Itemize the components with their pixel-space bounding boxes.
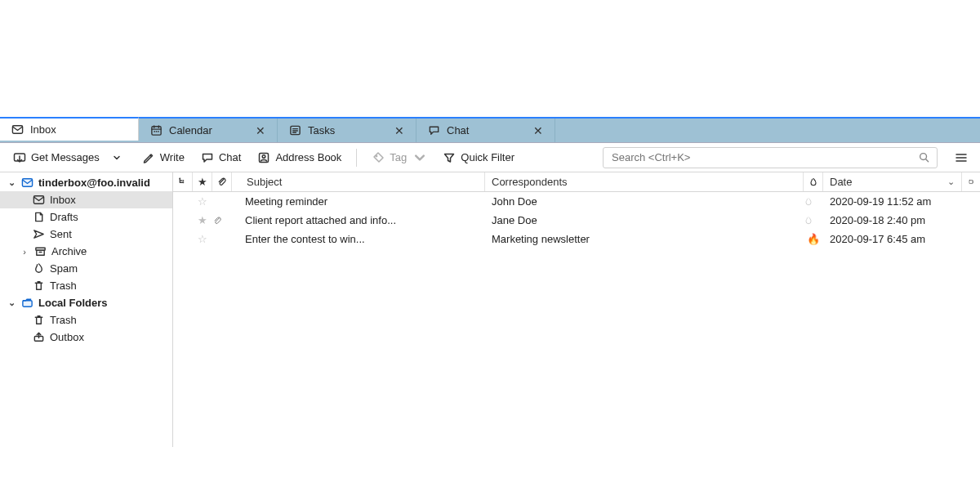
local-folders-icon [21,297,33,309]
tab-label: Calendar [169,124,212,136]
tasks-icon [289,124,301,136]
mail-icon [11,123,24,136]
svg-rect-15 [23,301,32,307]
folder-spam[interactable]: Spam [0,260,172,277]
folder-inbox[interactable]: Inbox [0,191,172,208]
star-icon[interactable]: ★ [193,214,212,226]
folder-label: Archive [51,245,87,257]
tag-label: Tag [390,151,407,163]
star-icon[interactable]: ☆ [193,233,212,245]
get-messages-label: Get Messages [31,151,100,163]
folder-label: Inbox [50,194,76,206]
chevron-right-icon[interactable]: › [20,247,29,257]
from-cell: Marketing newsletter [485,233,804,245]
address-book-button[interactable]: Address Book [251,148,348,168]
svg-point-2 [154,131,155,132]
folder-archive[interactable]: › Archive [0,243,172,260]
subject-cell: Client report attached and info... [232,214,485,226]
chat-icon [428,124,440,136]
folder-label: Trash [50,280,77,292]
col-thread[interactable] [173,172,193,191]
tab-strip: Inbox Calendar ✕ Tasks ✕ Chat ✕ [0,117,980,143]
quick-filter-button[interactable]: Quick Filter [436,148,521,168]
close-icon[interactable]: ✕ [394,124,404,137]
tag-button[interactable]: Tag [365,148,433,168]
tab-chat[interactable]: Chat ✕ [416,119,555,142]
attachment-icon [212,216,232,226]
search-box[interactable] [603,147,938,168]
star-icon[interactable]: ☆ [193,195,212,208]
close-icon[interactable]: ✕ [256,124,265,137]
folder-label: Drafts [50,211,78,223]
account-name: tinderbox@foo.invalid [38,177,150,189]
folder-outbox[interactable]: Outbox [0,329,172,346]
svg-point-18 [182,180,184,181]
spam-icon [33,262,45,275]
svg-point-9 [376,155,377,157]
trash-icon [33,314,45,326]
col-star[interactable]: ★ [193,172,212,191]
chat-button[interactable]: Chat [194,148,247,168]
message-row[interactable]: ☆ Meeting reminder John Doe 2020-09-19 1… [173,192,980,211]
column-headers: ★ Subject Correspondents Date⌄ [173,172,980,192]
draft-icon [33,211,45,223]
svg-point-8 [263,154,266,158]
svg-rect-12 [33,196,43,204]
hot-cell [804,197,823,207]
col-date[interactable]: Date⌄ [823,172,962,191]
col-subject[interactable]: Subject [232,172,485,191]
account-row-local[interactable]: ⌄ Local Folders [0,294,172,311]
svg-point-3 [156,131,158,132]
folder-drafts[interactable]: Drafts [0,208,172,226]
message-row[interactable]: ★ Client report attached and info... Jan… [173,211,980,230]
folder-trash-local[interactable]: Trash [0,311,172,329]
account-row[interactable]: ⌄ tinderbox@foo.invalid [0,174,172,191]
folder-sent[interactable]: Sent [0,226,172,243]
get-messages-button[interactable]: Get Messages [7,148,106,168]
folder-label: Trash [50,314,77,326]
chevron-down-icon[interactable]: ⌄ [7,177,16,188]
folder-label: Spam [50,262,78,275]
col-hot[interactable] [804,172,823,191]
hot-cell [804,216,823,226]
write-label: Write [160,151,185,163]
subject-cell: Meeting reminder [232,195,485,208]
svg-rect-20 [969,180,973,183]
write-button[interactable]: Write [136,148,191,168]
account-name: Local Folders [38,297,108,309]
calendar-icon [150,124,163,136]
archive-icon [34,245,47,257]
fire-icon: 🔥 [804,233,823,245]
svg-rect-11 [22,179,32,186]
chat-label: Chat [219,151,241,163]
col-correspondents[interactable]: Correspondents [485,172,804,191]
message-row[interactable]: ☆ Enter the contest to win... Marketing … [173,230,980,248]
svg-point-17 [179,177,180,179]
chevron-down-icon: ⌄ [947,177,955,187]
folder-label: Sent [50,228,72,240]
folder-pane: ⌄ tinderbox@foo.invalid Inbox Drafts Sen… [0,172,173,447]
svg-rect-1 [152,127,161,135]
get-messages-dropdown[interactable] [109,154,124,162]
tab-inbox[interactable]: Inbox [0,117,139,141]
tab-calendar[interactable]: Calendar ✕ [139,119,278,142]
toolbar: Get Messages Write Chat Address Book Tag… [0,143,980,172]
from-cell: Jane Doe [485,214,804,226]
search-icon [918,151,930,163]
tab-label: Inbox [30,123,56,136]
subject-cell: Enter the contest to win... [232,233,485,245]
outbox-icon [33,331,45,343]
column-picker[interactable] [962,172,980,191]
folder-trash[interactable]: Trash [0,277,172,294]
from-cell: John Doe [485,195,804,208]
close-icon[interactable]: ✕ [533,124,543,137]
tab-tasks[interactable]: Tasks ✕ [278,119,416,142]
date-cell: 2020-09-19 11:52 am [823,195,962,208]
search-input[interactable] [610,150,911,164]
mail-icon [33,194,45,206]
date-cell: 2020-09-17 6:45 am [823,233,962,245]
app-menu-button[interactable] [949,147,973,168]
folder-label: Outbox [50,331,84,343]
col-attachment[interactable] [212,172,232,191]
chevron-down-icon[interactable]: ⌄ [7,297,16,308]
